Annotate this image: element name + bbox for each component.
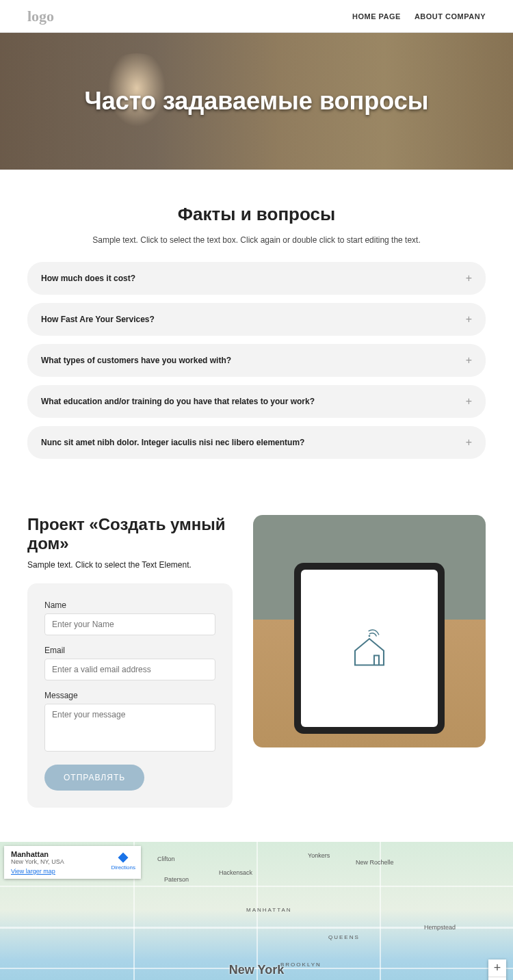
- accordion-item[interactable]: What education and/or training do you ha…: [27, 385, 486, 418]
- map-info-card: Manhattan New York, NY, USA View larger …: [4, 846, 141, 879]
- accordion-item[interactable]: How Fast Are Your Services? +: [27, 303, 486, 336]
- faq-heading: Факты и вопросы: [27, 204, 486, 225]
- map-city-label: Hempstead: [424, 924, 456, 931]
- accordion-item[interactable]: Nunc sit amet nibh dolor. Integer iaculi…: [27, 426, 486, 459]
- accordion-item[interactable]: What types of customers have you worked …: [27, 344, 486, 377]
- project-subtitle: Sample text. Click to select the Text El…: [27, 560, 233, 570]
- email-label: Email: [44, 646, 215, 655]
- zoom-out-button[interactable]: −: [488, 977, 506, 980]
- directions-icon: [117, 851, 129, 864]
- tablet-device: [294, 563, 445, 734]
- map-city-label: BROOKLYN: [280, 962, 321, 968]
- map-section[interactable]: Clifton Paterson Hackensack Yonkers New …: [0, 842, 513, 980]
- site-logo[interactable]: logo: [27, 8, 54, 25]
- map-city-label: Yonkers: [308, 852, 330, 859]
- project-heading: Проект «Создать умный дом»: [27, 515, 233, 553]
- accordion-question: How Fast Are Your Services?: [41, 315, 155, 324]
- submit-button[interactable]: ОТПРАВЛЯТЬ: [44, 765, 144, 791]
- message-label: Message: [44, 691, 215, 700]
- map-city-label: MANHATTAN: [246, 907, 292, 913]
- plus-icon: +: [466, 436, 472, 449]
- project-section: Проект «Создать умный дом» Sample text. …: [0, 494, 513, 842]
- smart-home-icon: [345, 624, 393, 672]
- map-city-label: Paterson: [164, 876, 189, 883]
- accordion-question: How much does it cost?: [41, 274, 135, 283]
- nav-link-about[interactable]: ABOUT COMPANY: [415, 12, 486, 21]
- nav-link-home[interactable]: HOME PAGE: [352, 12, 401, 21]
- main-nav: HOME PAGE ABOUT COMPANY: [352, 12, 486, 21]
- plus-icon: +: [466, 272, 472, 284]
- project-image: [253, 515, 486, 747]
- directions-button[interactable]: Directions: [111, 851, 135, 871]
- faq-subtitle: Sample text. Click to select the text bo…: [27, 235, 486, 245]
- map-zoom-controls: + −: [488, 959, 506, 980]
- map-main-city: New York: [229, 963, 284, 977]
- faq-accordion: How much does it cost? + How Fast Are Yo…: [0, 252, 513, 494]
- map-city-label: New Rochelle: [356, 859, 394, 866]
- name-label: Name: [44, 600, 215, 610]
- message-input[interactable]: [44, 704, 215, 752]
- accordion-question: What types of customers have you worked …: [41, 356, 231, 365]
- plus-icon: +: [466, 395, 472, 408]
- accordion-item[interactable]: How much does it cost? +: [27, 262, 486, 295]
- zoom-in-button[interactable]: +: [488, 959, 506, 977]
- plus-icon: +: [466, 313, 472, 326]
- accordion-question: Nunc sit amet nibh dolor. Integer iaculi…: [41, 438, 304, 447]
- hero-banner: Часто задаваемые вопросы: [0, 33, 513, 170]
- map-city-label: Clifton: [157, 856, 175, 862]
- plus-icon: +: [466, 354, 472, 367]
- email-input[interactable]: [44, 659, 215, 680]
- map-city-label: Hackensack: [219, 869, 252, 876]
- hero-title: Часто задаваемые вопросы: [84, 87, 428, 116]
- svg-point-0: [369, 635, 371, 637]
- faq-intro: Факты и вопросы Sample text. Click to se…: [0, 170, 513, 252]
- accordion-question: What education and/or training do you ha…: [41, 397, 315, 406]
- map-city-label: QUEENS: [328, 934, 360, 940]
- name-input[interactable]: [44, 613, 215, 635]
- contact-form: Name Email Message ОТПРАВЛЯТЬ: [27, 583, 233, 808]
